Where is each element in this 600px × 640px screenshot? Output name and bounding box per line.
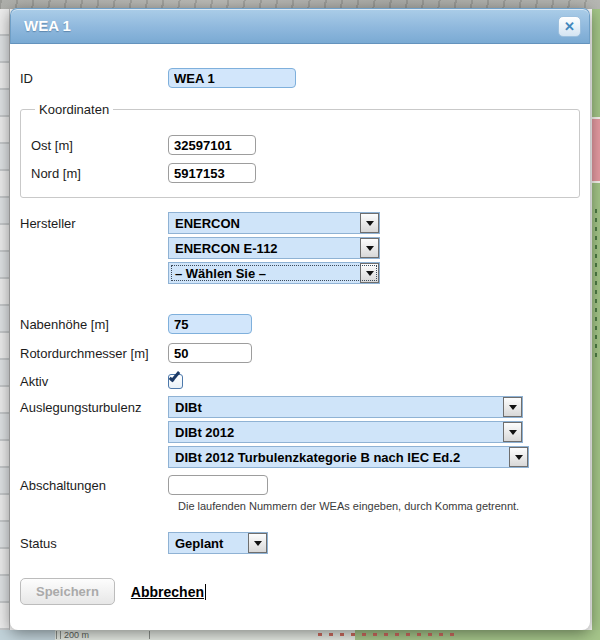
hersteller-variant-select[interactable]: – Wählen Sie – — [168, 262, 380, 284]
koordinaten-fieldset: Koordinaten Ost [m] Nord [m] — [20, 102, 580, 198]
map-dashed-path — [595, 209, 597, 359]
auslegungsturbulenz-row: Auslegungsturbulenz DIBt DIBt 2012 DIBt … — [20, 396, 580, 468]
speichern-button[interactable]: Speichern — [20, 578, 115, 605]
hersteller-selects: ENERCON ENERCON E-112 – Wählen Sie – — [168, 212, 380, 284]
dropdown-arrow-button[interactable] — [360, 238, 379, 258]
dialog-titlebar[interactable]: WEA 1 ✕ — [10, 8, 590, 44]
nabenhoehe-label: Nabenhöhe [m] — [20, 317, 168, 332]
chevron-down-icon — [254, 541, 262, 546]
chevron-down-icon — [509, 405, 517, 410]
auslegungsturbulenz-label: Auslegungsturbulenz — [20, 396, 168, 415]
abschaltungen-hint: Die laufenden Nummern der WEAs eingeben,… — [178, 500, 580, 512]
id-input[interactable] — [168, 68, 296, 88]
map-water-area — [0, 630, 55, 640]
turbulenz-edition-select-value: DIBt 2012 — [169, 422, 503, 442]
scale-tick — [56, 631, 57, 639]
dropdown-arrow-button[interactable] — [503, 422, 522, 442]
turbulenz-kategorie-select[interactable]: DIBt 2012 Turbulenzkategorie B nach IEC … — [168, 446, 529, 468]
map-red-dashes — [318, 633, 458, 636]
background-list-panel — [0, 9, 10, 630]
status-select-value: Geplant — [169, 533, 248, 553]
dropdown-arrow-button[interactable] — [248, 533, 267, 553]
close-icon: ✕ — [564, 19, 575, 34]
nord-row: Nord [m] — [31, 163, 569, 183]
dropdown-arrow-button[interactable] — [503, 397, 522, 417]
aktiv-row: Aktiv — [20, 374, 580, 389]
hersteller-type-select-value: ENERCON E-112 — [169, 238, 360, 258]
dialog-actions: Speichern Abbrechen — [20, 578, 580, 605]
dropdown-arrow-button[interactable] — [509, 447, 528, 467]
hersteller-variant-select-value: – Wählen Sie – — [169, 263, 360, 283]
hersteller-type-select[interactable]: ENERCON E-112 — [168, 237, 380, 259]
dialog-body: ID Koordinaten Ost [m] Nord [m] Herstell… — [10, 44, 590, 605]
turbulenz-norm-select[interactable]: DIBt — [168, 396, 523, 418]
map-scale-label: 200 m — [64, 630, 89, 640]
id-row: ID — [20, 68, 580, 88]
nord-label: Nord [m] — [31, 166, 168, 181]
rotordurchmesser-label: Rotordurchmesser [m] — [20, 346, 168, 361]
hersteller-row: Hersteller ENERCON ENERCON E-112 – Wähle… — [20, 212, 580, 284]
hersteller-select-value: ENERCON — [169, 213, 360, 233]
status-row: Status Geplant — [20, 532, 580, 554]
dropdown-arrow-button[interactable] — [360, 263, 379, 283]
nabenhoehe-row: Nabenhöhe [m] — [20, 314, 580, 334]
map-background-bottom: 200 m — [0, 630, 600, 640]
abschaltungen-input[interactable] — [168, 475, 268, 495]
scale-tick — [60, 631, 61, 639]
abschaltungen-row: Abschaltungen — [20, 475, 580, 495]
abbrechen-link[interactable]: Abbrechen — [131, 584, 206, 600]
aktiv-checkbox[interactable] — [168, 374, 183, 389]
hersteller-label: Hersteller — [20, 212, 168, 231]
map-building-area — [592, 117, 600, 183]
rotordurchmesser-row: Rotordurchmesser [m] — [20, 343, 580, 363]
close-button[interactable]: ✕ — [558, 16, 581, 37]
scale-tick — [149, 631, 150, 639]
status-label: Status — [20, 536, 168, 551]
ost-input[interactable] — [168, 135, 256, 155]
nabenhoehe-input[interactable] — [168, 314, 252, 334]
turbulenz-kategorie-select-value: DIBt 2012 Turbulenzkategorie B nach IEC … — [169, 447, 509, 467]
chevron-down-icon — [366, 246, 374, 251]
hersteller-select[interactable]: ENERCON — [168, 212, 380, 234]
abschaltungen-label: Abschaltungen — [20, 478, 168, 493]
chevron-down-icon — [515, 455, 523, 460]
turbulenz-edition-select[interactable]: DIBt 2012 — [168, 421, 523, 443]
turbulenz-norm-select-value: DIBt — [169, 397, 503, 417]
chevron-down-icon — [366, 271, 374, 276]
aktiv-label: Aktiv — [20, 374, 168, 389]
wea-dialog: WEA 1 ✕ ID Koordinaten Ost [m] Nord [m] … — [10, 8, 590, 630]
ost-label: Ost [m] — [31, 138, 168, 153]
koordinaten-legend: Koordinaten — [35, 102, 113, 117]
dialog-title: WEA 1 — [24, 17, 71, 34]
check-icon — [169, 370, 181, 382]
map-background-right — [592, 9, 600, 630]
nord-input[interactable] — [168, 163, 256, 183]
id-label: ID — [20, 71, 168, 86]
ost-row: Ost [m] — [31, 135, 569, 155]
map-scale-bar: 200 m — [56, 630, 89, 640]
auslegungsturbulenz-selects: DIBt DIBt 2012 DIBt 2012 Turbulenzkatego… — [168, 396, 529, 468]
rotordurchmesser-input[interactable] — [168, 343, 252, 363]
status-select[interactable]: Geplant — [168, 532, 268, 554]
dropdown-arrow-button[interactable] — [360, 213, 379, 233]
chevron-down-icon — [509, 430, 517, 435]
chevron-down-icon — [366, 221, 374, 226]
